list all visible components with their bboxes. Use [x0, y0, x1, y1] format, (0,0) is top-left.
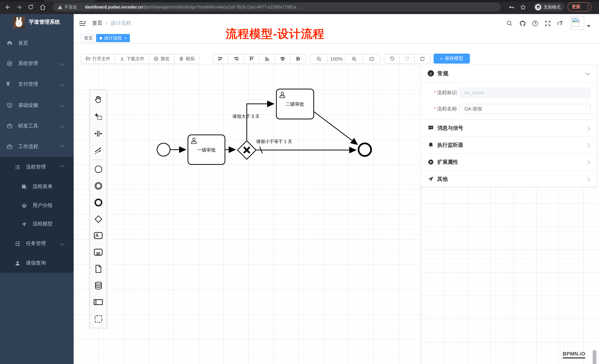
open-file-button[interactable]: 打开文件	[81, 54, 115, 63]
browser-active-tab[interactable]	[44, 0, 96, 2]
section-execution-listener[interactable]: 执行监听器	[421, 136, 597, 153]
update-button[interactable]: 更新	[568, 2, 591, 11]
font-size-icon[interactable]: TT	[557, 19, 564, 26]
chevron-right-icon	[585, 126, 590, 131]
home-icon[interactable]	[38, 3, 47, 11]
back-icon[interactable]	[4, 3, 12, 11]
flow-label-gt3[interactable]: 请假大于 3 天	[233, 114, 260, 119]
create-participant[interactable]	[90, 294, 106, 310]
global-connect-tool[interactable]	[90, 142, 106, 159]
process-key-label: *流程标识	[421, 88, 457, 98]
sidebar-item-home[interactable]: 首页	[0, 36, 74, 51]
zoom-out-button[interactable]	[310, 54, 328, 63]
create-subprocess[interactable]	[90, 244, 106, 261]
flow-task2-to-end[interactable]	[314, 112, 357, 144]
process-key-input[interactable]	[459, 88, 590, 98]
tab-design-process[interactable]: 设计流程 ×	[96, 34, 130, 42]
user-task-level2[interactable]: 二级审批	[276, 89, 314, 119]
avatar[interactable]	[570, 16, 584, 30]
hand-tool[interactable]	[90, 91, 106, 108]
undo-button[interactable]	[384, 54, 400, 63]
create-end-event[interactable]	[90, 194, 106, 211]
align-right-button[interactable]	[228, 54, 244, 63]
sidebar-item-user-group[interactable]: 用户分组	[0, 198, 74, 213]
sidebar-item-leave-query[interactable]: 请假查询	[0, 256, 74, 271]
open-file-label: 打开文件	[92, 56, 110, 62]
url-bar[interactable]: 不安全 dashboard.yudao.iocoder.cn/bpm/manag…	[53, 3, 501, 11]
breadcrumb-home[interactable]: 首页	[92, 20, 103, 27]
end-event[interactable]	[359, 143, 371, 156]
start-event[interactable]	[157, 143, 170, 156]
bpmn-canvas[interactable]: 一级审批 二级审批 请假大于 3 天 请假小于等于 1 天	[74, 65, 421, 364]
user-task-level1[interactable]: 一级审批	[188, 135, 225, 164]
align-bottom-button[interactable]	[259, 54, 275, 63]
help-icon[interactable]	[532, 20, 539, 27]
sidebar-item-task-mgmt[interactable]: 任务管理	[0, 236, 74, 251]
bpmn-io-watermark[interactable]: BPMN.iO	[563, 351, 585, 358]
restart-button[interactable]	[415, 54, 430, 63]
scrollbar-thumb[interactable]	[593, 350, 596, 364]
briefcase-icon	[7, 144, 13, 150]
security-indicator[interactable]: 不安全	[58, 4, 77, 10]
create-gateway[interactable]	[90, 211, 106, 227]
bookmark-star-icon[interactable]	[519, 3, 527, 11]
github-icon[interactable]	[519, 20, 526, 27]
exclusive-gateway[interactable]	[238, 141, 256, 159]
flow-label-lte1[interactable]: 请假小于等于 1 天	[256, 139, 292, 144]
sidebar-item-infra[interactable]: 基础设施	[0, 98, 74, 113]
preview-button[interactable]: 预览	[149, 54, 174, 63]
close-icon[interactable]: ×	[124, 36, 127, 40]
browser-menu-icon[interactable]	[587, 5, 588, 9]
simulate-button[interactable]: 模拟	[174, 54, 199, 63]
sidebar-item-process-model[interactable]: 流程模型	[0, 217, 74, 231]
tab-home[interactable]: 首页	[81, 34, 96, 42]
create-group[interactable]	[90, 310, 106, 327]
sidebar-item-label: 支付管理	[18, 81, 38, 88]
create-start-event[interactable]	[90, 161, 106, 177]
create-intermediate-event[interactable]	[90, 177, 106, 194]
align-top-button[interactable]	[244, 54, 259, 63]
flow-gateway-to-task2[interactable]	[247, 104, 274, 140]
create-user-task[interactable]	[90, 227, 106, 244]
zoom-reset-icon	[369, 56, 374, 61]
avatar-dropdown-caret[interactable]	[587, 25, 590, 27]
section-message-signal[interactable]: 消息与信号	[421, 119, 597, 136]
align-left-button[interactable]	[213, 54, 228, 63]
sidebar-item-process-mgmt[interactable]: 流程管理	[0, 160, 74, 174]
download-file-button[interactable]: 下载文件	[115, 54, 149, 63]
redo-button[interactable]	[400, 54, 415, 63]
section-other[interactable]: 其他	[421, 170, 597, 187]
app-root: 不安全 dashboard.yudao.iocoder.cn/bpm/manag…	[0, 0, 599, 364]
sidebar-item-process-form[interactable]: 流程表单	[0, 179, 74, 194]
section-extended-attrs[interactable]: 扩展属性	[421, 153, 597, 170]
password-key-icon[interactable]	[507, 3, 515, 11]
incognito-label: 无痕模式	[544, 4, 561, 10]
create-data-object[interactable]	[90, 261, 106, 277]
fullscreen-icon[interactable]	[544, 20, 551, 27]
lasso-tool[interactable]	[90, 108, 106, 125]
chevron-down-icon	[60, 242, 64, 246]
section-message-signal-label: 消息与信号	[437, 125, 463, 132]
create-data-store[interactable]	[90, 277, 106, 294]
sidebar-collapse-icon[interactable]	[79, 20, 86, 27]
sidebar-item-workflow[interactable]: 工作流程	[0, 139, 74, 154]
sidebar-item-devtools[interactable]: 研发工具	[0, 119, 74, 133]
zoom-in-button[interactable]	[345, 54, 363, 63]
undo-icon	[389, 56, 395, 61]
align-vertical-center-button[interactable]	[275, 54, 291, 63]
section-general[interactable]: i 常规	[421, 65, 597, 82]
forward-icon[interactable]	[15, 3, 23, 11]
space-tool[interactable]	[90, 125, 106, 142]
zoom-level-label: 100%	[330, 56, 343, 61]
zoom-reset-button[interactable]	[363, 54, 380, 63]
app-logo[interactable]	[13, 17, 25, 28]
sidebar-item-payment[interactable]: ¥ 支付管理	[0, 77, 74, 92]
save-model-button[interactable]: + 保存模型	[434, 54, 470, 64]
search-icon[interactable]	[506, 20, 513, 27]
reload-icon[interactable]	[27, 3, 35, 11]
download-file-label: 下载文件	[126, 56, 144, 62]
align-hcenter-icon	[296, 56, 301, 61]
sidebar-item-system[interactable]: 系统管理	[0, 56, 74, 71]
align-horizontal-center-button[interactable]	[291, 54, 306, 63]
process-name-input[interactable]	[459, 104, 590, 114]
